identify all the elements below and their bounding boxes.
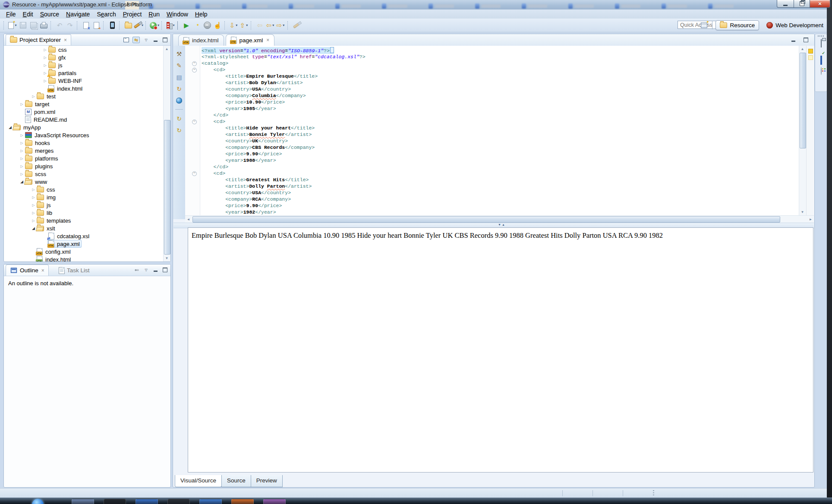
tree-item-javascript-resources[interactable]: ▷JavaScript Resources bbox=[4, 131, 163, 139]
clean-brush-button[interactable] bbox=[292, 20, 301, 31]
annotation-mark[interactable] bbox=[808, 49, 813, 54]
push-update-button[interactable]: ⇧▾ bbox=[239, 20, 249, 31]
tree-item-pom-xml[interactable]: pom.xml bbox=[4, 108, 163, 116]
save-button[interactable] bbox=[18, 20, 28, 31]
scroll-thumb[interactable] bbox=[164, 120, 170, 255]
taskbar-app-2[interactable] bbox=[104, 499, 126, 504]
expand-collapsed-icon[interactable]: ▷ bbox=[31, 211, 36, 215]
tree-item-plugins[interactable]: ▷plugins bbox=[4, 162, 163, 170]
profile-button[interactable]: ▾ bbox=[166, 20, 175, 31]
visual-preview-pane[interactable]: Empire Burlesque Bob Dylan USA Columbia … bbox=[188, 227, 813, 472]
tree-item-index-html[interactable]: index.html bbox=[4, 85, 163, 92]
dropdown-arrow-icon[interactable]: ▾ bbox=[173, 23, 175, 27]
restore-button[interactable] bbox=[794, 0, 810, 8]
select-hand-button[interactable]: ☝ bbox=[213, 20, 222, 31]
mode-tab-preview[interactable]: Preview bbox=[251, 475, 283, 487]
tree-item-config-xml[interactable]: config.xml bbox=[4, 248, 163, 255]
expand-collapsed-icon[interactable]: ▷ bbox=[31, 219, 36, 223]
pull-update-button[interactable]: ⇩▾ bbox=[229, 20, 238, 31]
palette-view-button[interactable] bbox=[821, 67, 822, 75]
collapse-all-button[interactable] bbox=[123, 37, 129, 43]
view-menu-button[interactable]: ▽ bbox=[143, 267, 149, 273]
expand-collapsed-icon[interactable]: ▷ bbox=[19, 102, 24, 106]
run-external-button[interactable]: ▾ bbox=[150, 20, 159, 31]
mode-tab-visual-source[interactable]: Visual/Source bbox=[175, 475, 222, 487]
server-monitor-view-button[interactable] bbox=[820, 57, 822, 64]
dropdown-arrow-icon[interactable]: ▾ bbox=[158, 23, 159, 27]
print-button[interactable] bbox=[39, 20, 48, 31]
reload-sync-button[interactable]: ↻ bbox=[175, 114, 183, 123]
taskbar-app-5[interactable] bbox=[199, 499, 222, 504]
format-brush-button[interactable]: ▾ bbox=[134, 20, 143, 31]
annotation-mark[interactable] bbox=[808, 55, 813, 60]
tree-item-js[interactable]: ▷js bbox=[4, 61, 163, 69]
undo-button[interactable]: ↶ bbox=[55, 20, 64, 31]
scroll-down-icon[interactable]: ▼ bbox=[164, 255, 170, 261]
debug-wizard-button[interactable] bbox=[192, 20, 202, 31]
expand-collapsed-icon[interactable]: ▷ bbox=[43, 63, 47, 67]
tree-item-cdcatalog-xsl[interactable]: cdcatalog.xsl bbox=[4, 232, 163, 240]
expand-collapsed-icon[interactable]: ▷ bbox=[19, 141, 24, 145]
dropdown-arrow-icon[interactable]: ▾ bbox=[246, 23, 248, 27]
dropdown-arrow-icon[interactable]: ▾ bbox=[283, 23, 284, 27]
close-tab-icon[interactable]: × bbox=[266, 37, 269, 43]
minimize-view-button[interactable] bbox=[152, 267, 159, 273]
expand-collapsed-icon[interactable]: ▷ bbox=[31, 203, 36, 207]
expand-collapsed-icon[interactable]: ▷ bbox=[31, 94, 36, 98]
menu-help[interactable]: Help bbox=[192, 10, 211, 18]
menu-window[interactable]: Window bbox=[163, 10, 192, 18]
generate-xml-button[interactable] bbox=[91, 20, 101, 31]
scroll-up-icon[interactable]: ▲ bbox=[799, 46, 806, 52]
menu-project[interactable]: Project bbox=[120, 10, 145, 18]
export-document-button[interactable]: ▤ bbox=[175, 73, 183, 81]
splitter-arrows-icon[interactable]: ▼▲ bbox=[498, 223, 506, 226]
focus-button[interactable] bbox=[133, 267, 140, 273]
menu-file[interactable]: File bbox=[3, 10, 19, 18]
stop-button[interactable] bbox=[202, 20, 212, 31]
tree-item-xslt[interactable]: ◢xslt bbox=[4, 224, 163, 232]
perspective-resource[interactable]: Resource bbox=[715, 20, 759, 30]
browser-preview-button[interactable] bbox=[175, 96, 183, 104]
menu-source[interactable]: Source bbox=[37, 10, 63, 18]
minimize-editor-button[interactable] bbox=[790, 37, 797, 43]
taskbar-app-7[interactable] bbox=[263, 499, 286, 504]
tree-item-js[interactable]: ▷js bbox=[4, 201, 163, 209]
editor-tab-index-html[interactable]: index.html bbox=[178, 35, 224, 46]
tree-item-lib[interactable]: ▷lib bbox=[4, 209, 163, 217]
dropdown-arrow-icon[interactable]: ▾ bbox=[142, 23, 143, 27]
menu-run[interactable]: Run bbox=[145, 10, 163, 18]
scroll-left-icon[interactable]: ◄ bbox=[185, 216, 192, 223]
scroll-down-icon[interactable]: ▼ bbox=[799, 209, 806, 215]
taskbar-app-1[interactable] bbox=[72, 499, 94, 504]
fold-toggle-icon[interactable]: − bbox=[192, 68, 197, 72]
open-resource-button[interactable] bbox=[123, 20, 133, 31]
link-with-editor-button[interactable]: ⇆ bbox=[132, 37, 140, 43]
edit-template-button[interactable]: ✎ bbox=[175, 61, 183, 69]
maximize-view-button[interactable] bbox=[162, 37, 168, 43]
expand-collapsed-icon[interactable]: ▷ bbox=[19, 172, 24, 176]
redo-button[interactable]: ↷ bbox=[65, 20, 75, 31]
back-button[interactable]: ⇦▾ bbox=[265, 20, 275, 31]
maximize-editor-button[interactable] bbox=[803, 37, 809, 43]
editor-vertical-scrollbar[interactable]: ▲ ▼ bbox=[799, 46, 806, 215]
editor-horizontal-scrollbar[interactable]: ◄ ► bbox=[185, 215, 814, 223]
expand-collapsed-icon[interactable]: ▷ bbox=[19, 133, 24, 137]
scroll-thumb[interactable] bbox=[800, 53, 806, 148]
mode-tab-source[interactable]: Source bbox=[221, 475, 251, 487]
expand-collapsed-icon[interactable]: ▷ bbox=[31, 188, 36, 192]
save-all-button[interactable] bbox=[28, 20, 38, 31]
tab-task-list[interactable]: Task List bbox=[55, 265, 94, 276]
scroll-up-icon[interactable]: ▲ bbox=[164, 46, 170, 52]
code-text[interactable]: <?xml version="1.0" encoding="ISO-8859-1… bbox=[202, 47, 366, 215]
tree-item-hooks[interactable]: ▷hooks bbox=[4, 139, 163, 147]
new-wizard-button[interactable]: ▾ bbox=[8, 20, 17, 31]
forward-button[interactable]: ⇨▾ bbox=[276, 20, 285, 31]
dropdown-arrow-icon[interactable]: ▾ bbox=[272, 23, 274, 27]
tree-item-partials[interactable]: ▷partials bbox=[4, 69, 163, 77]
fold-toggle-icon[interactable]: − bbox=[192, 171, 197, 176]
minimize-view-button[interactable] bbox=[152, 37, 159, 43]
tree-item-test[interactable]: ▷test bbox=[4, 92, 163, 100]
view-menu-button[interactable]: ▽ bbox=[143, 37, 149, 43]
run-button[interactable]: ▶ bbox=[182, 20, 191, 31]
mobile-preview-button[interactable] bbox=[107, 20, 117, 31]
